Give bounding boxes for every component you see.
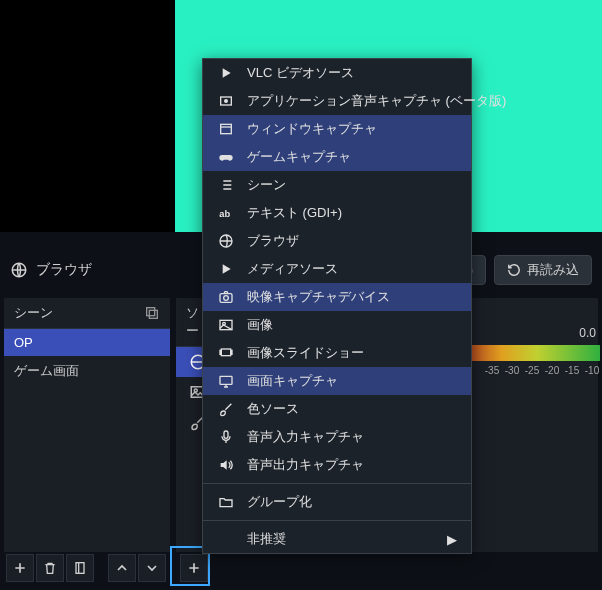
globe-icon [217,232,235,250]
chevron-up-icon [114,560,130,576]
scenes-title: シーン [14,304,53,322]
chevron-down-icon [144,560,160,576]
svg-rect-9 [221,124,232,133]
slideshow-icon [217,344,235,362]
menu-item-play[interactable]: メディアソース [203,255,471,283]
camera-icon [217,288,235,306]
submenu-arrow-icon: ▶ [447,532,457,547]
move-up-button[interactable] [108,554,136,582]
menu-item-monitor[interactable]: 画面キャプチャ [203,367,471,395]
svg-rect-18 [231,350,232,354]
menu-item-label: シーン [247,176,286,194]
svg-text:ab: ab [219,209,230,219]
filter-icon [72,560,88,576]
text-icon: ab [217,204,235,222]
menu-item-label: アプリケーション音声キャプチャ (ベータ版) [247,92,506,110]
gamepad-icon [217,148,235,166]
svg-rect-19 [220,376,232,384]
trash-icon [42,560,58,576]
reload-icon [507,263,521,277]
remove-scene-button[interactable] [36,554,64,582]
menu-item-label: ブラウザ [247,232,299,250]
scene-item[interactable]: OP [4,329,170,356]
svg-point-8 [225,100,228,103]
app-audio-icon [217,92,235,110]
menu-item-mic[interactable]: 音声入力キャプチャ [203,423,471,451]
mixer-level-bar [460,345,600,361]
play-icon [217,64,235,82]
mixer-scale: -35-30-25-20-15-10 [484,365,600,376]
add-source-button[interactable] [180,554,208,582]
menu-item-window[interactable]: ウィンドウキャプチャ [203,115,471,143]
add-source-context-menu: VLC ビデオソースアプリケーション音声キャプチャ (ベータ版)ウィンドウキャプ… [202,58,472,554]
menu-item-label: メディアソース [247,260,338,278]
menu-item-label: テキスト (GDI+) [247,204,342,222]
menu-item-image[interactable]: 画像 [203,311,471,339]
svg-rect-6 [76,563,84,574]
mic-icon [217,428,235,446]
svg-rect-16 [221,349,230,356]
svg-rect-2 [147,308,155,316]
menu-item-label: 非推奨 [247,530,286,548]
svg-point-13 [224,296,229,301]
menu-item-label: 画面キャプチャ [247,372,338,390]
selected-source-label: ブラウザ [36,261,92,279]
list-icon [217,176,235,194]
menu-item-label: 色ソース [247,400,299,418]
mixer-peak-value: 0.0 [579,326,596,340]
menu-item-globe[interactable]: ブラウザ [203,227,471,255]
menu-item-text[interactable]: abテキスト (GDI+) [203,199,471,227]
monitor-icon [217,372,235,390]
add-scene-button[interactable] [6,554,34,582]
svg-rect-12 [220,294,232,303]
copy-icon[interactable] [144,305,160,321]
menu-item-slideshow[interactable]: 画像スライドショー [203,339,471,367]
image-icon [217,316,235,334]
scenes-list[interactable]: OP ゲーム画面 [4,329,170,552]
menu-separator [203,483,471,484]
plus-icon [12,560,28,576]
play-icon [217,260,235,278]
menu-item-group[interactable]: グループ化 [203,488,471,516]
move-down-button[interactable] [138,554,166,582]
menu-item-color[interactable]: 色ソース [203,395,471,423]
svg-rect-17 [220,350,221,354]
menu-item-label: 映像キャプチャデバイス [247,288,390,306]
menu-item-camera[interactable]: 映像キャプチャデバイス [203,283,471,311]
menu-item-label: ウィンドウキャプチャ [247,120,377,138]
scene-item[interactable]: ゲーム画面 [4,356,170,386]
scenes-panel: シーン OP ゲーム画面 [4,298,170,552]
plus-icon [186,560,202,576]
menu-item-gamepad[interactable]: ゲームキャプチャ [203,143,471,171]
reload-button[interactable]: 再読み込 [494,255,592,285]
scene-filters-button[interactable] [66,554,94,582]
svg-rect-1 [149,310,157,318]
scenes-toolbar [0,554,214,582]
menu-item-label: 画像 [247,316,273,334]
scenes-header: シーン [4,298,170,329]
menu-item-app-audio[interactable]: アプリケーション音声キャプチャ (ベータ版) [203,87,471,115]
svg-rect-20 [224,431,228,438]
folder-icon [217,493,235,511]
menu-item-label: ゲームキャプチャ [247,148,351,166]
color-icon [217,400,235,418]
menu-item-list[interactable]: シーン [203,171,471,199]
menu-item-label: グループ化 [247,493,312,511]
menu-item-label: VLC ビデオソース [247,64,354,82]
speaker-icon [217,456,235,474]
menu-item-label: 音声出力キャプチャ [247,456,364,474]
menu-item-label: 画像スライドショー [247,344,364,362]
menu-item-play[interactable]: VLC ビデオソース [203,59,471,87]
globe-icon [10,261,28,279]
menu-item-deprecated[interactable]: 非推奨▶ [203,525,471,553]
menu-item-speaker[interactable]: 音声出力キャプチャ [203,451,471,479]
menu-item-label: 音声入力キャプチャ [247,428,364,446]
menu-separator [203,520,471,521]
window-icon [217,120,235,138]
